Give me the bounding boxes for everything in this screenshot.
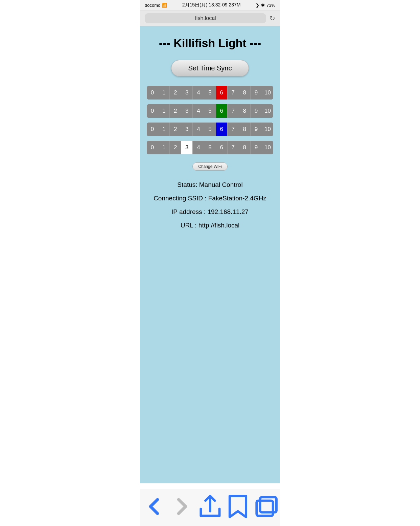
slider-cell[interactable]: 2 xyxy=(170,86,181,100)
slider-cell[interactable]: 7 xyxy=(228,104,239,118)
row-blue[interactable]: 012345678910 xyxy=(147,123,273,136)
slider-cell[interactable]: 4 xyxy=(193,141,204,154)
status-left: docomo 📶 xyxy=(145,3,167,8)
url-field[interactable]: fish.local xyxy=(145,13,266,23)
carrier-label: docomo xyxy=(145,3,160,8)
slider-cell[interactable]: 5 xyxy=(204,141,216,154)
status-label: Status: Manual Control xyxy=(154,178,266,192)
slider-cell[interactable]: 9 xyxy=(251,141,262,154)
slider-cell[interactable]: 3 xyxy=(181,86,193,100)
slider-cell[interactable]: 3 xyxy=(181,123,193,136)
set-time-sync-button[interactable]: Set Time Sync xyxy=(171,60,249,76)
slider-cell[interactable]: 10 xyxy=(262,141,273,154)
slider-cell[interactable]: 4 xyxy=(193,123,204,136)
slider-cell[interactable]: 7 xyxy=(228,141,239,154)
slider-cell[interactable]: 1 xyxy=(158,141,170,154)
row-green[interactable]: 012345678910 xyxy=(147,104,273,118)
slider-cell[interactable]: 6 xyxy=(216,123,228,136)
status-bar: docomo 📶 2月15日(月) 13:32-09 237M ❯ ✱ 73% xyxy=(140,0,280,10)
slider-cell[interactable]: 10 xyxy=(262,86,273,100)
slider-cell[interactable]: 7 xyxy=(228,123,239,136)
row-white[interactable]: 012345678910 xyxy=(147,141,273,154)
slider-cell[interactable]: 8 xyxy=(239,141,251,154)
ip-label: IP address : 192.168.11.27 xyxy=(154,205,266,219)
slider-cell[interactable]: 9 xyxy=(251,86,262,100)
slider-cell[interactable]: 10 xyxy=(262,123,273,136)
ssid-label: Connecting SSID : FakeStation-2.4GHz xyxy=(154,192,266,205)
slider-cell[interactable]: 8 xyxy=(239,104,251,118)
location-icon: ❯ xyxy=(256,3,259,8)
main-content: --- Killifish Light --- Set Time Sync 01… xyxy=(140,26,280,483)
slider-cell[interactable]: 2 xyxy=(170,141,181,154)
slider-cell[interactable]: 3 xyxy=(181,141,193,154)
slider-cell[interactable]: 0 xyxy=(147,86,158,100)
slider-cell[interactable]: 1 xyxy=(158,86,170,100)
wifi-icon: 📶 xyxy=(162,3,167,8)
slider-cell[interactable]: 10 xyxy=(262,104,273,118)
slider-cell[interactable]: 9 xyxy=(251,104,262,118)
slider-cell[interactable]: 0 xyxy=(147,123,158,136)
slider-cell[interactable]: 5 xyxy=(204,86,216,100)
slider-cell[interactable]: 4 xyxy=(193,104,204,118)
slider-cell[interactable]: 5 xyxy=(204,123,216,136)
page-title: --- Killifish Light --- xyxy=(159,37,261,50)
slider-cell[interactable]: 2 xyxy=(170,104,181,118)
slider-cell[interactable]: 6 xyxy=(216,104,228,118)
slider-cell[interactable]: 6 xyxy=(216,141,228,154)
url-label: URL : http://fish.local xyxy=(154,219,266,232)
status-info: Status: Manual Control Connecting SSID :… xyxy=(154,178,266,232)
slider-cell[interactable]: 2 xyxy=(170,123,181,136)
slider-cell[interactable]: 4 xyxy=(193,86,204,100)
address-bar: fish.local ↻ xyxy=(140,10,280,26)
slider-cell[interactable]: 9 xyxy=(251,123,262,136)
slider-cell[interactable]: 8 xyxy=(239,123,251,136)
slider-cell[interactable]: 8 xyxy=(239,86,251,100)
slider-cell[interactable]: 3 xyxy=(181,104,193,118)
slider-rows: 0123456789100123456789100123456789100123… xyxy=(147,86,273,154)
slider-cell[interactable]: 1 xyxy=(158,104,170,118)
change-wifi-button[interactable]: Change WiFi xyxy=(192,162,227,171)
slider-cell[interactable]: 1 xyxy=(158,123,170,136)
slider-cell[interactable]: 0 xyxy=(147,104,158,118)
reload-button[interactable]: ↻ xyxy=(270,14,275,22)
slider-cell[interactable]: 5 xyxy=(204,104,216,118)
row-red[interactable]: 012345678910 xyxy=(147,86,273,100)
status-right: ❯ ✱ 73% xyxy=(256,3,275,8)
slider-cell[interactable]: 0 xyxy=(147,141,158,154)
slider-cell[interactable]: 7 xyxy=(228,86,239,100)
battery-label: 73% xyxy=(266,3,275,8)
slider-cell[interactable]: 6 xyxy=(216,86,228,100)
datetime-label: 2月15日(月) 13:32-09 237M xyxy=(182,2,241,8)
bluetooth-icon: ✱ xyxy=(261,3,265,8)
